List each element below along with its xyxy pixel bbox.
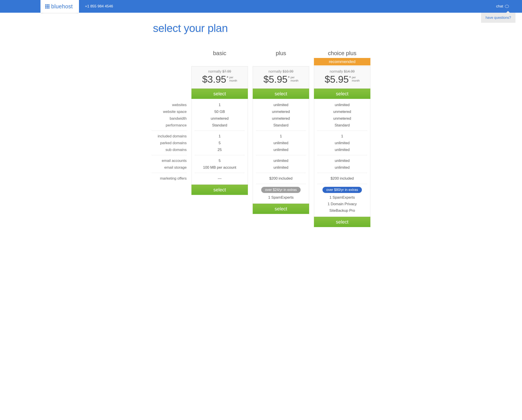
feature-value: unlimited	[317, 157, 367, 164]
feature-value: 1	[256, 133, 306, 140]
feature-value: unlimited	[317, 101, 367, 108]
feature-value: unlimited	[317, 146, 367, 153]
feature-value: unmetered	[317, 115, 367, 122]
feature-labels: websiteswebsite spacebandwidthperformanc…	[152, 99, 187, 184]
feature-value: unmetered	[256, 115, 306, 122]
feature-value: unlimited	[256, 140, 306, 146]
extra-item: SiteBackup Pro	[317, 207, 367, 214]
extra-item: 1 SpamExperts	[256, 194, 306, 201]
feature-label: website space	[152, 108, 187, 115]
feature-column-1: unlimitedunmeteredunmeteredStandard1unli…	[253, 99, 309, 204]
feature-value: 25	[195, 146, 245, 153]
feature-value: unlimited	[317, 140, 367, 146]
feature-label: websites	[152, 101, 187, 108]
price-box-0: normally $7.99$3.95*permonth	[192, 66, 248, 89]
plan-title-2: choice plus	[314, 50, 370, 57]
feature-value: 1	[195, 101, 245, 108]
normal-price-1: $10.99	[283, 69, 293, 73]
feature-value: unlimited	[317, 164, 367, 171]
price-box-2: normally $14.99$5.95*permonth	[314, 66, 370, 89]
feature-label: sub domains	[152, 146, 187, 153]
per-month: permonth	[352, 76, 360, 83]
recommended-badge: recommended	[314, 58, 370, 65]
feature-column-2: unlimitedunmeteredunmeteredStandard1unli…	[314, 99, 370, 217]
feature-value: 100 MB per account	[195, 164, 245, 171]
feature-value: 1	[195, 133, 245, 140]
feature-label: performance	[152, 122, 187, 129]
phone-number[interactable]: +1 855 984 4546	[85, 4, 113, 8]
select-button-0-top[interactable]: select	[192, 89, 248, 99]
extras-pill-2: over $80/yr in extras	[322, 187, 362, 193]
feature-label: bandwidth	[152, 115, 187, 122]
price-1: $5.95	[263, 74, 287, 85]
select-button-1-bottom[interactable]: select	[253, 204, 309, 214]
feature-value: unmetered	[195, 115, 245, 122]
logo-text: bluehost	[51, 3, 73, 10]
feature-value: $200 included	[317, 175, 367, 182]
feature-value: 5	[195, 140, 245, 146]
feature-label: email storage	[152, 164, 187, 171]
select-button-1-top[interactable]: select	[253, 89, 309, 99]
select-button-2-bottom[interactable]: select	[314, 217, 370, 227]
normal-price-0: $7.99	[222, 69, 231, 73]
feature-value: Standard	[317, 122, 367, 129]
feature-value: Standard	[195, 122, 245, 129]
feature-value: 50 GB	[195, 108, 245, 115]
select-button-0-bottom[interactable]: select	[192, 185, 248, 195]
extras-pill-1: over $24/yr in extras	[261, 187, 301, 193]
feature-value: unmetered	[256, 108, 306, 115]
price-0: $3.95	[202, 74, 226, 85]
extra-item: 1 Domain Privacy	[317, 201, 367, 207]
feature-value: $200 included	[256, 175, 306, 182]
extra-item: 1 SpamExperts	[317, 194, 367, 201]
feature-label: included domains	[152, 133, 187, 140]
chat-link[interactable]: chat	[496, 4, 509, 8]
feature-value: 1	[317, 133, 367, 140]
price-2: $5.95	[325, 74, 349, 85]
have-questions-button[interactable]: have questions?	[481, 13, 515, 23]
feature-label: marketing offers	[152, 175, 187, 182]
feature-value: unlimited	[256, 157, 306, 164]
feature-column-0: 150 GBunmeteredStandard15255100 MB per a…	[192, 99, 248, 185]
price-box-1: normally $10.99$5.95*permonth	[253, 66, 309, 89]
feature-label: email accounts	[152, 157, 187, 164]
page-title: select your plan	[153, 22, 370, 35]
feature-value: unlimited	[256, 101, 306, 108]
logo-icon	[45, 4, 49, 8]
feature-value: unmetered	[317, 108, 367, 115]
per-month: permonth	[291, 76, 299, 83]
per-month: permonth	[229, 76, 237, 83]
plan-title-1: plus	[253, 50, 309, 57]
plan-title-0: basic	[192, 50, 248, 57]
select-button-2-top[interactable]: select	[314, 89, 370, 99]
chat-label: chat	[496, 4, 503, 8]
normal-price-2: $14.99	[344, 69, 355, 73]
feature-value: —	[195, 175, 245, 182]
feature-value: unlimited	[256, 146, 306, 153]
logo[interactable]: bluehost	[40, 0, 79, 13]
feature-value: unlimited	[256, 164, 306, 171]
header: bluehost +1 855 984 4546 chat have quest…	[0, 0, 522, 13]
feature-value: 5	[195, 157, 245, 164]
chat-icon	[505, 5, 509, 8]
feature-value: Standard	[256, 122, 306, 129]
feature-label: parked domains	[152, 140, 187, 146]
